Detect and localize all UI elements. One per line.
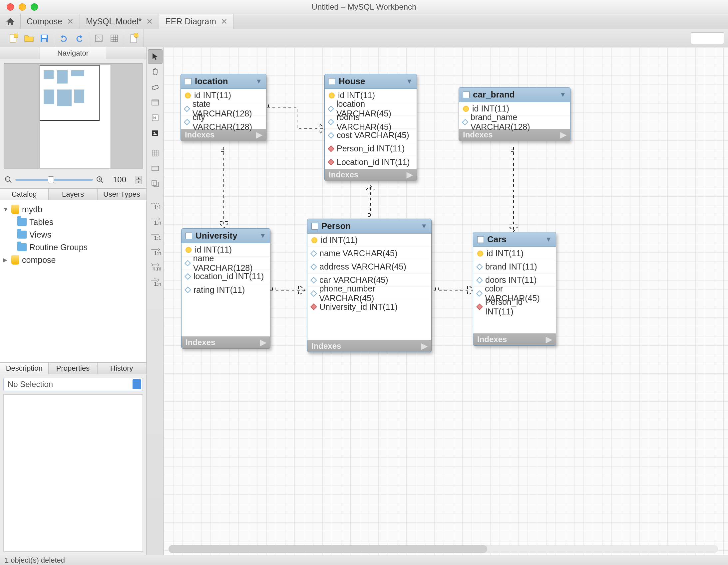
- hand-tool[interactable]: [148, 65, 163, 79]
- column-row[interactable]: location_id INT(11): [182, 270, 270, 283]
- selection-dropdown[interactable]: No Selection: [3, 378, 143, 391]
- minimap[interactable]: [4, 63, 143, 169]
- column-row[interactable]: id INT(11): [307, 234, 431, 247]
- maximize-window-button[interactable]: [31, 3, 38, 11]
- close-icon[interactable]: ✕: [221, 17, 227, 26]
- save-button[interactable]: [38, 32, 51, 45]
- chevron-down-icon[interactable]: ▼: [421, 222, 427, 230]
- close-window-button[interactable]: [7, 3, 14, 11]
- chevron-down-icon[interactable]: ▼: [559, 91, 566, 99]
- rel-existing-cols-tool[interactable]: 1:n: [148, 273, 163, 287]
- entity-header[interactable]: Person▼: [307, 219, 431, 234]
- table-tool[interactable]: [148, 146, 163, 160]
- rel-1-1-ident-tool[interactable]: 1:1: [148, 227, 163, 242]
- column-row[interactable]: name VARCHAR(128): [182, 257, 270, 270]
- zoom-out-icon[interactable]: [5, 176, 12, 183]
- rel-n-m-tool[interactable]: n:m: [148, 258, 163, 272]
- entity-header[interactable]: location▼: [181, 74, 266, 89]
- zoom-slider[interactable]: [15, 179, 93, 181]
- eraser-tool[interactable]: [148, 80, 163, 95]
- tab-compose[interactable]: Compose ✕: [21, 14, 80, 29]
- column-row[interactable]: rating INT(11): [182, 283, 270, 296]
- entity-person[interactable]: Person▼ id INT(11) name VARCHAR(45) addr…: [307, 219, 432, 352]
- horizontal-scrollbar[interactable]: [169, 545, 718, 553]
- pointer-tool[interactable]: [148, 49, 163, 64]
- tab-properties[interactable]: Properties: [49, 363, 97, 374]
- entity-cars[interactable]: Cars▼ id INT(11) brand INT(11) doors INT…: [473, 232, 556, 346]
- entity-footer[interactable]: Indexes▶: [307, 340, 431, 352]
- minimize-window-button[interactable]: [19, 3, 26, 11]
- tree-db-mydb[interactable]: ▼ mydb: [3, 203, 144, 216]
- rel-1-n-ident-tool[interactable]: 1:n: [148, 242, 163, 257]
- entity-location[interactable]: location▼ id INT(11) state VARCHAR(128) …: [181, 74, 266, 141]
- entity-footer[interactable]: Indexes▶: [473, 333, 556, 345]
- rel-1-1-nonident-tool[interactable]: 1:1: [148, 196, 163, 211]
- disclosure-triangle-icon[interactable]: ▼: [3, 206, 9, 213]
- column-row[interactable]: brand_name VARCHAR(128): [459, 116, 570, 129]
- open-file-button[interactable]: [23, 32, 35, 45]
- entity-footer[interactable]: Indexes▶: [182, 336, 270, 348]
- tree-db-compose[interactable]: ▶ compose: [3, 254, 144, 266]
- entity-header[interactable]: car_brand▼: [459, 88, 570, 102]
- note-tool[interactable]: N: [148, 111, 163, 125]
- diagram-canvas[interactable]: location▼ id INT(11) state VARCHAR(128) …: [164, 47, 728, 555]
- column-row[interactable]: Person_id INT(11): [473, 300, 556, 313]
- entity-car-brand[interactable]: car_brand▼ id INT(11) brand_name VARCHAR…: [459, 87, 570, 141]
- tab-catalog[interactable]: Catalog: [0, 189, 49, 200]
- entity-header[interactable]: Cars▼: [473, 232, 556, 247]
- entity-house[interactable]: House▼ id INT(11) location VARCHAR(45) r…: [324, 74, 417, 181]
- entity-header[interactable]: University▼: [182, 229, 270, 243]
- redo-button[interactable]: [73, 32, 86, 45]
- column-row[interactable]: Person_id INT(11): [325, 142, 417, 155]
- tab-description[interactable]: Description: [0, 363, 49, 374]
- toolbar-search-input[interactable]: [691, 32, 724, 44]
- tab-user-types[interactable]: User Types: [98, 189, 146, 200]
- image-tool[interactable]: [148, 126, 163, 141]
- column-row[interactable]: phone_number VARCHAR(45): [307, 287, 431, 300]
- zoom-in-icon[interactable]: [96, 176, 104, 183]
- primary-key-icon: [463, 106, 469, 112]
- new-file-button[interactable]: [7, 32, 20, 45]
- column-row[interactable]: name VARCHAR(45): [307, 247, 431, 260]
- slider-thumb[interactable]: [48, 176, 54, 183]
- entity-header[interactable]: House▼: [325, 74, 417, 89]
- tree-item-routine-groups[interactable]: Routine Groups: [3, 241, 144, 254]
- chevron-down-icon[interactable]: ▼: [255, 78, 262, 85]
- minimap-view-rect[interactable]: [40, 65, 100, 121]
- view-tool[interactable]: [148, 161, 163, 176]
- routine-group-tool[interactable]: [148, 176, 163, 191]
- entity-university[interactable]: University▼ id INT(11) name VARCHAR(128)…: [181, 228, 270, 349]
- column-row[interactable]: cost VARCHAR(45): [325, 129, 417, 142]
- column-row[interactable]: city VARCHAR(128): [181, 116, 266, 129]
- tab-history[interactable]: History: [98, 363, 146, 374]
- disclosure-triangle-icon[interactable]: ▶: [3, 256, 9, 264]
- catalog-tree[interactable]: ▼ mydb Tables Views Routine Groups ▶ com…: [0, 200, 146, 362]
- new-document-button[interactable]: [128, 32, 140, 45]
- scrollbar-thumb[interactable]: [169, 545, 487, 553]
- tree-item-views[interactable]: Views: [3, 228, 144, 241]
- column-row[interactable]: rooms VARCHAR(45): [325, 116, 417, 129]
- chevron-down-icon[interactable]: ▼: [259, 232, 266, 240]
- close-icon[interactable]: ✕: [146, 17, 153, 26]
- toggle-grid-button[interactable]: [108, 32, 121, 45]
- rel-1-n-nonident-tool[interactable]: 1:n: [148, 212, 163, 226]
- tree-item-tables[interactable]: Tables: [3, 216, 144, 228]
- entity-footer[interactable]: Indexes▶: [325, 169, 417, 181]
- navigator-tab[interactable]: Navigator: [40, 47, 106, 59]
- layer-tool[interactable]: [148, 95, 163, 110]
- chevron-down-icon[interactable]: ▼: [545, 236, 552, 243]
- tab-mysql-model[interactable]: MySQL Model* ✕: [80, 14, 159, 29]
- tab-layers[interactable]: Layers: [49, 189, 97, 200]
- undo-button[interactable]: [58, 32, 70, 45]
- chevron-down-icon[interactable]: ▼: [406, 78, 413, 85]
- zoom-stepper[interactable]: ▴▾: [136, 176, 142, 184]
- column-row[interactable]: Location_id INT(11): [325, 155, 417, 169]
- tab-eer-diagram[interactable]: EER Diagram ✕: [159, 14, 234, 29]
- column-row[interactable]: brand INT(11): [473, 260, 556, 274]
- column-row[interactable]: id INT(11): [473, 247, 556, 260]
- toggle-grid-align-button[interactable]: [93, 32, 105, 45]
- column-row[interactable]: address VARCHAR(45): [307, 260, 431, 274]
- description-textarea[interactable]: [3, 394, 143, 552]
- close-icon[interactable]: ✕: [67, 17, 74, 26]
- home-tab[interactable]: [0, 14, 21, 29]
